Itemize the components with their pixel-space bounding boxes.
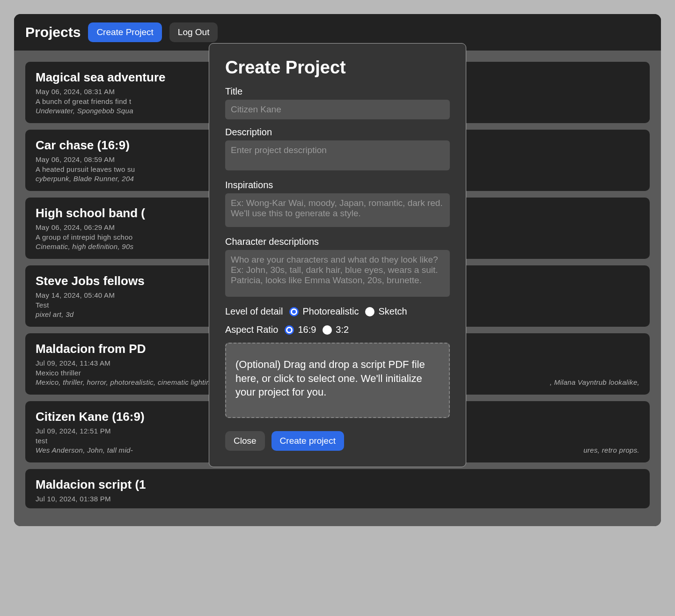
project-date: Jul 10, 2024, 01:38 PM: [36, 495, 639, 503]
project-card[interactable]: Maldacion script (1 Jul 10, 2024, 01:38 …: [25, 469, 650, 508]
script-dropzone[interactable]: (Optional) Drag and drop a script PDF fi…: [225, 343, 450, 418]
project-title: Maldacion script (1: [36, 477, 639, 492]
inspirations-label: Inspirations: [225, 180, 450, 191]
title-input[interactable]: [225, 100, 450, 119]
characters-input[interactable]: [225, 250, 450, 297]
detail-label: Level of detail: [225, 306, 283, 317]
radio-option-label: 16:9: [298, 324, 316, 335]
radio-option-label: Photorealistic: [302, 306, 359, 317]
project-tags-right: ures, retro props.: [583, 446, 639, 454]
create-project-button[interactable]: Create Project: [88, 22, 161, 42]
create-project-submit-button[interactable]: Create project: [271, 431, 344, 451]
radio-option-label: Sketch: [378, 306, 407, 317]
title-label: Title: [225, 86, 450, 97]
characters-label: Character descriptions: [225, 236, 450, 247]
project-tags-right: , Milana Vayntrub lookalike,: [550, 378, 639, 386]
aspect-label: Aspect Ratio: [225, 324, 278, 335]
modal-actions: Close Create project: [225, 431, 450, 451]
radio-photorealistic[interactable]: [289, 307, 299, 316]
page-title: Projects: [25, 24, 81, 40]
radio-16-9[interactable]: [285, 325, 294, 335]
logout-button[interactable]: Log Out: [169, 22, 218, 42]
radio-option-label: 3:2: [336, 324, 349, 335]
inspirations-input[interactable]: [225, 193, 450, 227]
create-project-modal: Create Project Title Description Inspira…: [209, 43, 466, 467]
radio-sketch[interactable]: [365, 307, 374, 316]
modal-title: Create Project: [225, 58, 450, 78]
project-tags-left: Wes Anderson, John, tall mid-: [36, 446, 133, 454]
close-button[interactable]: Close: [225, 431, 265, 451]
detail-radio-group: Level of detail Photorealistic Sketch: [225, 306, 450, 317]
description-input[interactable]: [225, 140, 450, 170]
aspect-radio-group: Aspect Ratio 16:9 3:2: [225, 324, 450, 335]
radio-3-2[interactable]: [323, 325, 332, 335]
description-label: Description: [225, 127, 450, 138]
